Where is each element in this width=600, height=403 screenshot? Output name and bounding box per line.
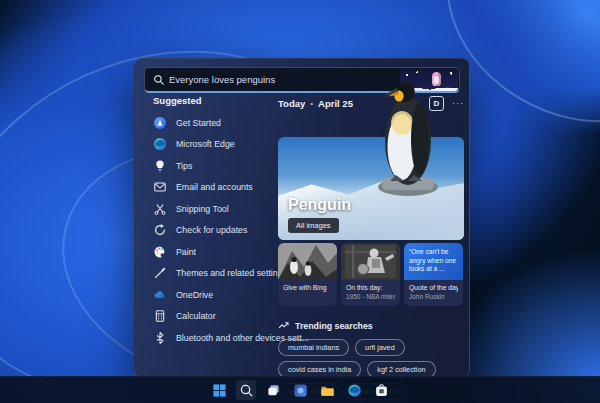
suggested-item-check-updates[interactable]: Check for updates [149, 220, 279, 242]
card-caption: Give with Bing [283, 284, 332, 292]
start-icon [212, 383, 227, 398]
edge-icon [153, 137, 167, 151]
daily-section: Today • April 25 D ··· Penguin All image… [278, 95, 464, 400]
card-caption: On this day: [346, 284, 395, 292]
suggested-item-microsoft-edge[interactable]: Microsoft Edge [149, 134, 279, 156]
on-this-day-image [341, 243, 400, 280]
today-label: Today [278, 98, 305, 109]
card-caption: Quote of the day: [409, 284, 458, 292]
suggested-section: Suggested Get Started Microsoft Edge [149, 95, 279, 349]
quote-text: “One can't be angry when one looks at a … [409, 248, 458, 274]
search-icon [153, 74, 165, 86]
suggested-item-paint[interactable]: Paint [149, 241, 279, 263]
hero-title: Penguin [288, 196, 351, 214]
file-explorer-button[interactable] [317, 380, 337, 400]
penguin-image [358, 79, 454, 198]
store-button[interactable] [371, 380, 391, 400]
all-images-button[interactable]: All images [288, 218, 339, 233]
suggested-item-label: Tips [176, 161, 192, 171]
search-icon [239, 383, 254, 398]
suggested-item-tips[interactable]: Tips [149, 155, 279, 177]
calculator-icon [153, 309, 167, 323]
taskbar-search-button[interactable] [236, 380, 256, 400]
search-panel: Suggested Get Started Microsoft Edge [134, 58, 470, 378]
on-this-day-card[interactable]: On this day: 1950 - NBA miles... [341, 243, 400, 306]
email-icon [153, 180, 167, 194]
give-with-bing-card[interactable]: Give with Bing [278, 243, 337, 306]
snipping-tool-icon [153, 202, 167, 216]
suggested-item-label: Paint [176, 247, 196, 257]
suggested-item-snipping-tool[interactable]: Snipping Tool [149, 198, 279, 220]
suggested-item-label: Snipping Tool [176, 204, 229, 214]
date-label: April 25 [318, 98, 353, 109]
task-view-button[interactable] [263, 380, 283, 400]
taskbar [0, 376, 600, 403]
desktop: Suggested Get Started Microsoft Edge [0, 0, 600, 403]
file-explorer-icon [320, 383, 335, 398]
widgets-icon [293, 383, 308, 398]
suggested-item-label: OneDrive [176, 290, 213, 300]
suggested-item-label: Themes and related settings [176, 268, 287, 278]
suggested-item-label: Check for updates [176, 225, 247, 235]
suggested-item-label: Email and accounts [176, 182, 253, 192]
task-view-icon [266, 383, 281, 398]
suggested-item-onedrive[interactable]: OneDrive [149, 284, 279, 306]
paint-icon [153, 245, 167, 259]
daily-cards-row: Give with Bing [278, 243, 464, 306]
suggested-item-get-started[interactable]: Get Started [149, 112, 279, 134]
trending-header: Trending searches [278, 320, 464, 331]
suggested-item-label: Microsoft Edge [176, 139, 235, 149]
onedrive-icon [153, 288, 167, 302]
suggested-title: Suggested [153, 95, 279, 106]
edge-icon [347, 383, 362, 398]
themes-icon [153, 266, 167, 280]
trending-pill[interactable]: urfi javed [355, 339, 405, 356]
edge-button[interactable] [344, 380, 364, 400]
suggested-item-themes[interactable]: Themes and related settings [149, 263, 279, 285]
suggested-item-email-accounts[interactable]: Email and accounts [149, 177, 279, 199]
date-separator: • [310, 99, 313, 108]
suggested-item-label: Calculator [176, 311, 216, 321]
suggested-item-label: Get Started [176, 118, 221, 128]
trending-icon [278, 320, 289, 331]
start-button[interactable] [209, 380, 229, 400]
trending-pill[interactable]: mumbai indians [278, 339, 349, 356]
get-started-icon [153, 116, 167, 130]
widgets-button[interactable] [290, 380, 310, 400]
tips-icon [153, 159, 167, 173]
suggested-item-bluetooth-devices[interactable]: Bluetooth and other devices sett... [149, 327, 279, 349]
bluetooth-icon [153, 331, 167, 345]
trending-title: Trending searches [295, 321, 373, 331]
quote-of-the-day-card[interactable]: “One can't be angry when one looks at a … [404, 243, 463, 306]
suggested-item-calculator[interactable]: Calculator [149, 306, 279, 328]
store-icon [374, 383, 389, 398]
quote-image: “One can't be angry when one looks at a … [404, 243, 463, 280]
card-subcaption: 1950 - NBA miles... [346, 293, 395, 301]
updates-icon [153, 223, 167, 237]
card-subcaption: John Ruskin [409, 293, 458, 301]
give-with-bing-image [278, 243, 337, 280]
